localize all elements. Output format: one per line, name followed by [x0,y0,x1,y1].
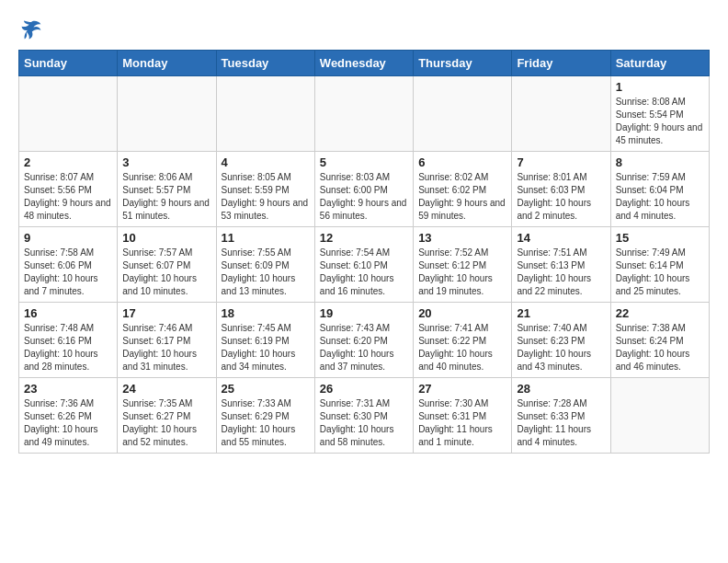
week-row-3: 9Sunrise: 7:58 AM Sunset: 6:06 PM Daylig… [19,227,710,303]
calendar-cell: 6Sunrise: 8:02 AM Sunset: 6:02 PM Daylig… [414,152,512,227]
day-number: 7 [517,155,605,169]
day-info: Sunrise: 7:38 AM Sunset: 6:24 PM Dayligh… [616,322,704,373]
weekday-header-wednesday: Wednesday [314,51,413,76]
calendar-cell [216,76,314,152]
day-info: Sunrise: 7:45 AM Sunset: 6:19 PM Dayligh… [222,322,310,373]
logo [18,18,42,40]
day-info: Sunrise: 7:41 AM Sunset: 6:22 PM Dayligh… [418,322,506,373]
calendar-cell: 20Sunrise: 7:41 AM Sunset: 6:22 PM Dayli… [414,303,512,378]
day-number: 24 [122,382,210,396]
calendar-cell: 15Sunrise: 7:49 AM Sunset: 6:14 PM Dayli… [610,227,709,303]
day-number: 28 [517,382,605,396]
calendar-cell [19,76,118,152]
weekday-header-sunday: Sunday [19,51,118,76]
day-info: Sunrise: 7:52 AM Sunset: 6:12 PM Dayligh… [418,247,506,298]
day-info: Sunrise: 8:07 AM Sunset: 5:56 PM Dayligh… [24,171,112,223]
calendar-cell: 9Sunrise: 7:58 AM Sunset: 6:06 PM Daylig… [19,227,118,303]
day-info: Sunrise: 7:48 AM Sunset: 6:16 PM Dayligh… [24,322,112,373]
day-number: 23 [24,382,112,396]
calendar-cell [118,76,216,152]
day-info: Sunrise: 7:40 AM Sunset: 6:23 PM Dayligh… [517,322,605,373]
day-info: Sunrise: 7:59 AM Sunset: 6:04 PM Dayligh… [616,171,704,223]
weekday-header-friday: Friday [512,51,610,76]
calendar-header-row: SundayMondayTuesdayWednesdayThursdayFrid… [19,51,710,76]
day-info: Sunrise: 8:05 AM Sunset: 5:59 PM Dayligh… [222,171,310,223]
calendar-cell: 25Sunrise: 7:33 AM Sunset: 6:29 PM Dayli… [216,378,314,454]
calendar-cell: 16Sunrise: 7:48 AM Sunset: 6:16 PM Dayli… [19,303,118,378]
calendar-cell: 19Sunrise: 7:43 AM Sunset: 6:20 PM Dayli… [314,303,413,378]
calendar-cell: 21Sunrise: 7:40 AM Sunset: 6:23 PM Dayli… [512,303,610,378]
day-number: 11 [222,231,310,245]
day-number: 1 [616,80,704,94]
day-number: 26 [320,382,408,396]
weekday-header-tuesday: Tuesday [216,51,314,76]
day-info: Sunrise: 7:28 AM Sunset: 6:33 PM Dayligh… [517,397,605,449]
day-info: Sunrise: 7:55 AM Sunset: 6:09 PM Dayligh… [222,247,310,298]
day-number: 5 [320,155,408,169]
day-number: 18 [222,306,310,320]
calendar-cell [314,76,413,152]
day-info: Sunrise: 8:08 AM Sunset: 5:54 PM Dayligh… [616,96,704,147]
calendar-cell: 5Sunrise: 8:03 AM Sunset: 6:00 PM Daylig… [314,152,413,227]
day-number: 8 [616,155,704,169]
calendar-cell: 23Sunrise: 7:36 AM Sunset: 6:26 PM Dayli… [19,378,118,454]
calendar-cell [512,76,610,152]
day-info: Sunrise: 7:35 AM Sunset: 6:27 PM Dayligh… [122,397,210,449]
day-number: 13 [418,231,506,245]
calendar-cell: 17Sunrise: 7:46 AM Sunset: 6:17 PM Dayli… [118,303,216,378]
day-number: 3 [122,155,210,169]
day-info: Sunrise: 7:57 AM Sunset: 6:07 PM Dayligh… [122,247,210,298]
calendar-cell: 4Sunrise: 8:05 AM Sunset: 5:59 PM Daylig… [216,152,314,227]
logo-bird-icon [20,18,42,40]
calendar-cell: 11Sunrise: 7:55 AM Sunset: 6:09 PM Dayli… [216,227,314,303]
page-header [18,18,710,40]
day-info: Sunrise: 7:43 AM Sunset: 6:20 PM Dayligh… [320,322,408,373]
week-row-1: 1Sunrise: 8:08 AM Sunset: 5:54 PM Daylig… [19,76,710,152]
calendar-cell: 12Sunrise: 7:54 AM Sunset: 6:10 PM Dayli… [314,227,413,303]
day-number: 22 [616,306,704,320]
calendar-cell: 18Sunrise: 7:45 AM Sunset: 6:19 PM Dayli… [216,303,314,378]
day-number: 21 [517,306,605,320]
calendar-cell: 28Sunrise: 7:28 AM Sunset: 6:33 PM Dayli… [512,378,610,454]
weekday-header-thursday: Thursday [414,51,512,76]
day-number: 20 [418,306,506,320]
day-info: Sunrise: 8:02 AM Sunset: 6:02 PM Dayligh… [418,171,506,223]
weekday-header-monday: Monday [118,51,216,76]
day-info: Sunrise: 8:06 AM Sunset: 5:57 PM Dayligh… [122,171,210,223]
calendar-cell: 2Sunrise: 8:07 AM Sunset: 5:56 PM Daylig… [19,152,118,227]
calendar-cell [610,378,709,454]
day-info: Sunrise: 7:31 AM Sunset: 6:30 PM Dayligh… [320,397,408,449]
day-info: Sunrise: 7:33 AM Sunset: 6:29 PM Dayligh… [222,397,310,449]
calendar-cell: 13Sunrise: 7:52 AM Sunset: 6:12 PM Dayli… [414,227,512,303]
day-info: Sunrise: 7:51 AM Sunset: 6:13 PM Dayligh… [517,247,605,298]
calendar-cell: 10Sunrise: 7:57 AM Sunset: 6:07 PM Dayli… [118,227,216,303]
calendar-cell: 26Sunrise: 7:31 AM Sunset: 6:30 PM Dayli… [314,378,413,454]
week-row-4: 16Sunrise: 7:48 AM Sunset: 6:16 PM Dayli… [19,303,710,378]
day-number: 6 [418,155,506,169]
calendar-cell: 3Sunrise: 8:06 AM Sunset: 5:57 PM Daylig… [118,152,216,227]
day-number: 19 [320,306,408,320]
day-info: Sunrise: 7:46 AM Sunset: 6:17 PM Dayligh… [122,322,210,373]
calendar-cell: 24Sunrise: 7:35 AM Sunset: 6:27 PM Dayli… [118,378,216,454]
day-info: Sunrise: 7:36 AM Sunset: 6:26 PM Dayligh… [24,397,112,449]
calendar-cell [414,76,512,152]
day-info: Sunrise: 7:30 AM Sunset: 6:31 PM Dayligh… [418,397,506,449]
day-info: Sunrise: 7:58 AM Sunset: 6:06 PM Dayligh… [24,247,112,298]
day-number: 2 [24,155,112,169]
day-info: Sunrise: 7:49 AM Sunset: 6:14 PM Dayligh… [616,247,704,298]
calendar-table: SundayMondayTuesdayWednesdayThursdayFrid… [18,50,710,454]
calendar-cell: 14Sunrise: 7:51 AM Sunset: 6:13 PM Dayli… [512,227,610,303]
weekday-header-saturday: Saturday [610,51,709,76]
calendar-cell: 22Sunrise: 7:38 AM Sunset: 6:24 PM Dayli… [610,303,709,378]
day-number: 17 [122,306,210,320]
day-number: 25 [222,382,310,396]
day-number: 10 [122,231,210,245]
day-info: Sunrise: 8:01 AM Sunset: 6:03 PM Dayligh… [517,171,605,223]
calendar-cell: 7Sunrise: 8:01 AM Sunset: 6:03 PM Daylig… [512,152,610,227]
week-row-5: 23Sunrise: 7:36 AM Sunset: 6:26 PM Dayli… [19,378,710,454]
day-info: Sunrise: 8:03 AM Sunset: 6:00 PM Dayligh… [320,171,408,223]
week-row-2: 2Sunrise: 8:07 AM Sunset: 5:56 PM Daylig… [19,152,710,227]
day-number: 27 [418,382,506,396]
day-number: 16 [24,306,112,320]
calendar-cell: 1Sunrise: 8:08 AM Sunset: 5:54 PM Daylig… [610,76,709,152]
